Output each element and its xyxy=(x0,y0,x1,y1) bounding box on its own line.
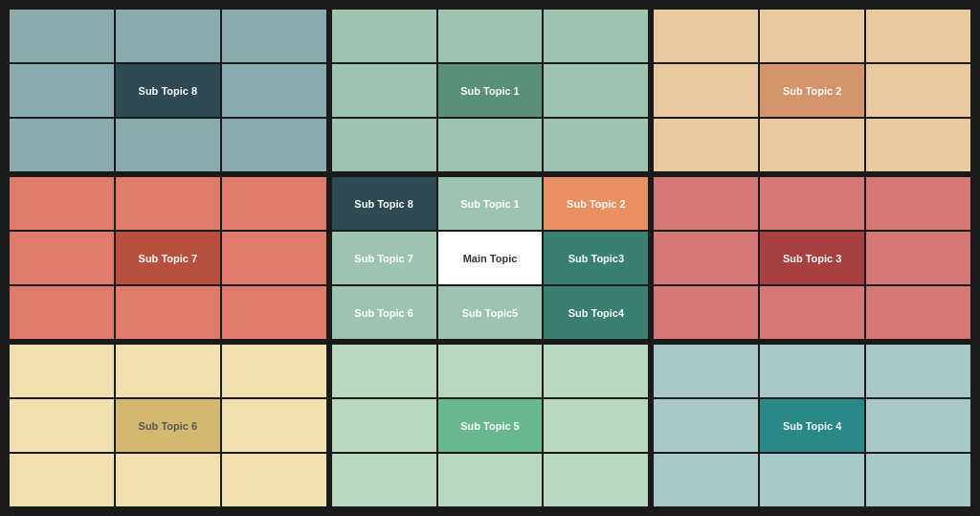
tile[interactable] xyxy=(10,454,114,506)
tile[interactable] xyxy=(760,119,864,171)
tile[interactable] xyxy=(866,64,970,117)
tile-label[interactable]: Sub Topic 1 xyxy=(438,64,543,117)
tile[interactable] xyxy=(222,399,326,452)
tile[interactable] xyxy=(866,232,970,284)
tile-subtopic4[interactable]: Sub Topic4 xyxy=(544,286,648,339)
tile[interactable] xyxy=(654,454,758,506)
tile[interactable] xyxy=(654,232,758,284)
tile[interactable] xyxy=(760,286,864,339)
tile-label[interactable]: Sub Topic 2 xyxy=(760,64,864,117)
cell-subtopic3[interactable]: Sub Topic 3 xyxy=(654,177,970,339)
tile[interactable] xyxy=(866,345,970,397)
cell-subtopic5[interactable]: Sub Topic 5 xyxy=(332,345,649,506)
tile[interactable] xyxy=(332,119,436,171)
tile[interactable] xyxy=(866,177,970,230)
tile-subtopic7[interactable]: Sub Topic 7 xyxy=(332,232,436,284)
tile[interactable] xyxy=(866,10,970,62)
tile-subtopic6[interactable]: Sub Topic 6 xyxy=(332,286,436,339)
tile[interactable] xyxy=(222,232,326,284)
tile[interactable] xyxy=(654,119,758,171)
tile[interactable] xyxy=(116,286,220,339)
tile[interactable] xyxy=(654,10,758,62)
tile[interactable] xyxy=(866,399,970,452)
tile[interactable] xyxy=(10,177,114,230)
tile[interactable] xyxy=(332,399,436,452)
tile[interactable] xyxy=(760,454,864,506)
tile-label[interactable]: Sub Topic 4 xyxy=(760,399,864,452)
cell-subtopic6[interactable]: Sub Topic 6 xyxy=(10,345,326,506)
tile[interactable] xyxy=(438,454,543,506)
tile-subtopic5[interactable]: Sub Topic5 xyxy=(438,286,543,339)
tile[interactable] xyxy=(544,64,648,117)
mind-map: Sub Topic 8 Sub Topic 1 Sub Topic 2 Su xyxy=(0,0,980,516)
tile[interactable] xyxy=(866,286,970,339)
tile[interactable] xyxy=(222,345,326,397)
tile[interactable] xyxy=(654,286,758,339)
tile[interactable] xyxy=(866,454,970,506)
tile[interactable] xyxy=(222,119,326,171)
cell-subtopic8[interactable]: Sub Topic 8 xyxy=(10,10,326,171)
tile-subtopic2[interactable]: Sub Topic 2 xyxy=(544,177,648,230)
cell-main[interactable]: Sub Topic 8 Sub Topic 1 Sub Topic 2 Sub … xyxy=(332,177,649,339)
tile-label[interactable]: Sub Topic 6 xyxy=(116,399,220,452)
tile[interactable] xyxy=(10,119,114,171)
tile[interactable] xyxy=(654,177,758,230)
tile-label[interactable]: Sub Topic 3 xyxy=(760,232,864,284)
tile[interactable] xyxy=(116,454,220,506)
tile[interactable] xyxy=(222,177,326,230)
tile[interactable] xyxy=(222,454,326,506)
tile[interactable] xyxy=(10,286,114,339)
cell-subtopic2[interactable]: Sub Topic 2 xyxy=(654,10,970,171)
tile[interactable] xyxy=(544,454,648,506)
tile[interactable] xyxy=(544,345,648,397)
tile[interactable] xyxy=(10,399,114,452)
tile[interactable] xyxy=(760,10,864,62)
tile[interactable] xyxy=(654,399,758,452)
tile-subtopic8[interactable]: Sub Topic 8 xyxy=(332,177,436,230)
tile[interactable] xyxy=(760,345,864,397)
tile[interactable] xyxy=(10,64,114,117)
tile[interactable] xyxy=(222,64,326,117)
tile-main[interactable]: Main Topic xyxy=(438,232,543,284)
tile[interactable] xyxy=(222,10,326,62)
tile[interactable] xyxy=(332,64,436,117)
tile[interactable] xyxy=(760,177,864,230)
tile[interactable] xyxy=(116,345,220,397)
tile[interactable] xyxy=(438,10,543,62)
tile[interactable] xyxy=(654,345,758,397)
tile[interactable] xyxy=(654,64,758,117)
tile[interactable] xyxy=(544,10,648,62)
tile[interactable] xyxy=(866,119,970,171)
tile[interactable] xyxy=(438,119,543,171)
cell-subtopic4[interactable]: Sub Topic 4 xyxy=(654,345,970,506)
tile[interactable] xyxy=(222,286,326,339)
tile[interactable] xyxy=(116,177,220,230)
tile-label[interactable]: Sub Topic 5 xyxy=(438,399,543,452)
tile[interactable] xyxy=(332,454,436,506)
tile[interactable] xyxy=(332,345,436,397)
tile[interactable] xyxy=(438,345,543,397)
tile-subtopic3[interactable]: Sub Topic3 xyxy=(544,232,648,284)
cell-subtopic7[interactable]: Sub Topic 7 xyxy=(10,177,326,339)
tile[interactable] xyxy=(116,10,220,62)
cell-subtopic1[interactable]: Sub Topic 1 xyxy=(332,10,649,171)
tile[interactable] xyxy=(332,10,436,62)
tile[interactable] xyxy=(10,10,114,62)
tile-label[interactable]: Sub Topic 8 xyxy=(116,64,220,117)
tile[interactable] xyxy=(116,119,220,171)
tile[interactable] xyxy=(544,399,648,452)
tile[interactable] xyxy=(10,232,114,284)
tile[interactable] xyxy=(544,119,648,171)
tile[interactable] xyxy=(10,345,114,397)
tile-label[interactable]: Sub Topic 7 xyxy=(116,232,220,284)
tile-subtopic1[interactable]: Sub Topic 1 xyxy=(438,177,543,230)
